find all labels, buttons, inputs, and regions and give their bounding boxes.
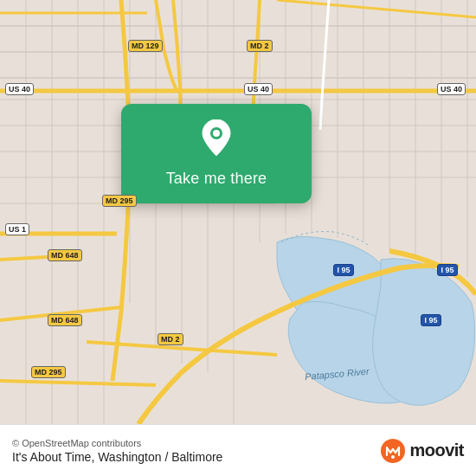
attribution-text: © OpenStreetMap contributors	[12, 438, 222, 448]
moovit-logo: moovit	[381, 439, 464, 463]
road-badge-i95b: I 95	[437, 264, 458, 276]
map-container: Take me there US 1 US 40 US 40 US 40 MD …	[0, 0, 476, 424]
road-badge-i95c: I 95	[421, 314, 441, 326]
moovit-brand-icon	[381, 439, 405, 463]
road-badge-md648b: MD 648	[48, 314, 82, 326]
svg-point-38	[391, 455, 395, 459]
road-badge-md295b: MD 295	[31, 366, 66, 378]
road-badge-us1: US 1	[5, 223, 29, 235]
moovit-brand-name: moovit	[409, 441, 464, 460]
road-badge-md295a: MD 295	[102, 195, 137, 207]
location-pin-icon	[201, 119, 232, 156]
bottom-bar: © OpenStreetMap contributors It's About …	[0, 424, 476, 476]
popup-card: Take me there	[121, 104, 312, 203]
road-badge-i95a: I 95	[333, 264, 354, 276]
map-background	[0, 0, 476, 424]
svg-point-36	[213, 130, 220, 137]
road-badge-md2a: MD 2	[247, 40, 273, 52]
bottom-left-info: © OpenStreetMap contributors It's About …	[12, 438, 222, 464]
road-badge-us40c: US 40	[437, 83, 466, 95]
road-badge-md648a: MD 648	[48, 249, 82, 261]
road-badge-us40b: US 40	[244, 83, 273, 95]
location-icon-wrap	[201, 119, 232, 159]
take-me-there-button[interactable]: Take me there	[159, 166, 274, 191]
svg-point-37	[381, 439, 405, 463]
app-title: It's About Time, Washington / Baltimore	[12, 450, 222, 464]
road-badge-md2b: MD 2	[158, 333, 183, 345]
road-badge-us40a: US 40	[5, 83, 34, 95]
road-badge-md129: MD 129	[128, 40, 163, 52]
